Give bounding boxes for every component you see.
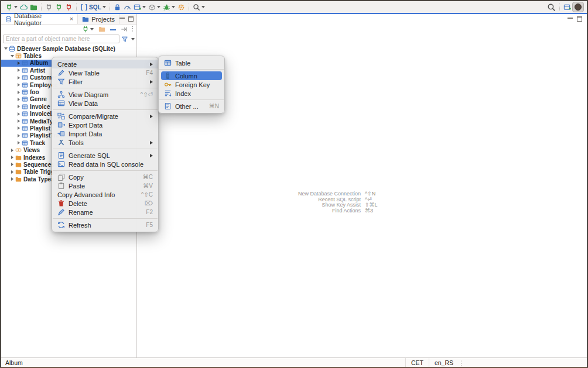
editor-keyboard-hints: New Database Connection^⇧N Recent SQL sc… [281, 191, 386, 214]
minimize-icon[interactable] [119, 16, 125, 19]
menu-item-compare-migrate[interactable]: Compare/Migrate [52, 112, 158, 121]
menu-item-view-data[interactable]: View Data [52, 99, 158, 108]
navigator-filter-row [1, 34, 136, 44]
filter-funnel-icon[interactable] [121, 36, 128, 43]
chevron-collapsed-icon[interactable] [11, 170, 13, 174]
chevron-collapsed-icon[interactable] [18, 98, 20, 101]
menu-item-read-data-sql-console[interactable]: Read data in SQL console [52, 160, 158, 168]
maximize-icon[interactable] [577, 16, 582, 22]
menu-item-tools[interactable]: Tools [52, 138, 158, 147]
chevron-collapsed-icon[interactable] [18, 83, 20, 87]
avatar [575, 4, 582, 11]
lock-button[interactable] [112, 2, 122, 12]
object-filter-input[interactable] [3, 35, 119, 43]
tab-database-navigator[interactable]: Database Navigator × [1, 14, 78, 24]
submenu-item-table[interactable]: Table [159, 59, 224, 67]
new-window-dropdown-icon[interactable] [142, 6, 146, 8]
panel-window-controls [119, 16, 136, 22]
search-dropdown-icon[interactable] [201, 6, 205, 8]
table-icon [22, 96, 28, 102]
menu-item-generate-sql[interactable]: Generate SQL [52, 151, 158, 160]
open-connection-folder-button[interactable] [29, 2, 39, 12]
menu-item-rename[interactable]: RenameF2 [52, 208, 158, 216]
menu-item-create[interactable]: Create [52, 60, 158, 68]
menu-item-paste[interactable]: Paste⌘V [52, 181, 158, 190]
trash-icon [57, 200, 65, 207]
cloud-connections-button[interactable] [19, 2, 29, 12]
menu-item-view-table[interactable]: View TableF4 [52, 68, 158, 77]
status-timezone[interactable]: CET [405, 358, 429, 367]
nav-new-connection-dropdown-icon[interactable] [90, 28, 94, 30]
tasks-dropdown-icon[interactable] [157, 6, 160, 8]
status-locale[interactable]: en_RS [429, 358, 459, 367]
chevron-collapsed-icon[interactable] [18, 68, 20, 72]
nav-new-connection-button[interactable] [81, 25, 95, 35]
chevron-collapsed-icon[interactable] [18, 119, 20, 123]
status-grip-handle[interactable] [460, 359, 463, 366]
new-connection-button[interactable] [4, 2, 19, 12]
disconnect-button[interactable] [64, 2, 74, 12]
folder-icon [15, 168, 22, 175]
menu-item-refresh[interactable]: RefreshF5 [52, 221, 158, 229]
connect-button[interactable] [44, 2, 54, 12]
sql-editor-dropdown-icon[interactable] [102, 6, 106, 8]
user-profile-button[interactable] [572, 2, 584, 12]
submenu-item-column[interactable]: Column [161, 71, 222, 80]
collapse-all-button[interactable] [109, 25, 117, 35]
settings-cog-button[interactable] [176, 2, 186, 12]
chevron-collapsed-icon[interactable] [18, 91, 20, 94]
sql-editor-button[interactable]: SQL [79, 2, 107, 12]
table-icon [22, 74, 28, 81]
chevron-collapsed-icon[interactable] [11, 177, 13, 181]
menu-item-view-diagram[interactable]: View Diagram^⇧⏎ [52, 90, 158, 99]
tab-projects[interactable]: Projects [78, 14, 119, 24]
chevron-collapsed-icon[interactable] [18, 134, 20, 137]
table-icon [22, 60, 28, 66]
chevron-collapsed-icon[interactable] [18, 141, 20, 145]
menu-item-import-data[interactable]: Import Data [52, 129, 158, 138]
submenu-item-foreign-key[interactable]: Foreign Key [159, 80, 224, 89]
link-with-editor-button[interactable] [119, 25, 129, 35]
nav-new-folder-button[interactable] [97, 25, 107, 35]
tasks-button[interactable] [147, 2, 162, 12]
submenu-item-other[interactable]: Other ...⌘N [159, 102, 224, 111]
other-object-icon [164, 102, 172, 110]
new-connection-dropdown-icon[interactable] [14, 6, 18, 8]
minimize-icon[interactable] [568, 16, 573, 19]
menu-item-export-data[interactable]: Export Data [52, 121, 158, 129]
close-icon[interactable]: × [70, 16, 73, 22]
debug-dropdown-icon[interactable] [172, 6, 175, 8]
chevron-expanded-icon[interactable] [11, 55, 14, 57]
dashboard-button[interactable] [122, 2, 132, 12]
new-window-button[interactable] [132, 2, 147, 12]
filter-dropdown-icon[interactable] [131, 38, 135, 40]
chevron-collapsed-icon[interactable] [18, 126, 20, 130]
chevron-collapsed-icon[interactable] [11, 149, 13, 152]
status-selection: Album [5, 359, 23, 366]
dbeaver-window: SQL Database Navigator × [0, 0, 588, 368]
reconnect-button[interactable] [54, 2, 64, 12]
chevron-collapsed-icon[interactable] [11, 163, 13, 166]
maximize-icon[interactable] [128, 16, 134, 22]
toolbar-grip-handle[interactable] [131, 26, 134, 33]
folder-icon [15, 154, 22, 161]
perspective-button[interactable] [562, 2, 572, 12]
status-right: CET en_RS [405, 358, 463, 367]
submenu-item-index[interactable]: Index [159, 89, 224, 98]
menu-item-copy-advanced-info[interactable]: Copy Advanced Info^⇧C [52, 190, 158, 199]
menu-item-filter[interactable]: Filter [52, 77, 158, 86]
table-data-icon [57, 99, 65, 107]
search-button[interactable] [192, 2, 206, 12]
debug-button[interactable] [162, 2, 176, 12]
tree-item-database[interactable]: DBeaver Sample Database (SQLite) [1, 45, 136, 52]
chevron-collapsed-icon[interactable] [18, 61, 20, 65]
menu-item-copy[interactable]: Copy⌘C [52, 173, 158, 181]
chevron-collapsed-icon[interactable] [18, 112, 20, 116]
pencil-icon [57, 69, 65, 77]
chevron-collapsed-icon[interactable] [18, 105, 20, 108]
chevron-expanded-icon[interactable] [4, 47, 8, 50]
chevron-collapsed-icon[interactable] [11, 156, 13, 159]
global-search-button[interactable] [546, 2, 557, 12]
chevron-collapsed-icon[interactable] [18, 76, 20, 80]
menu-item-delete[interactable]: Delete⌦ [52, 199, 158, 208]
